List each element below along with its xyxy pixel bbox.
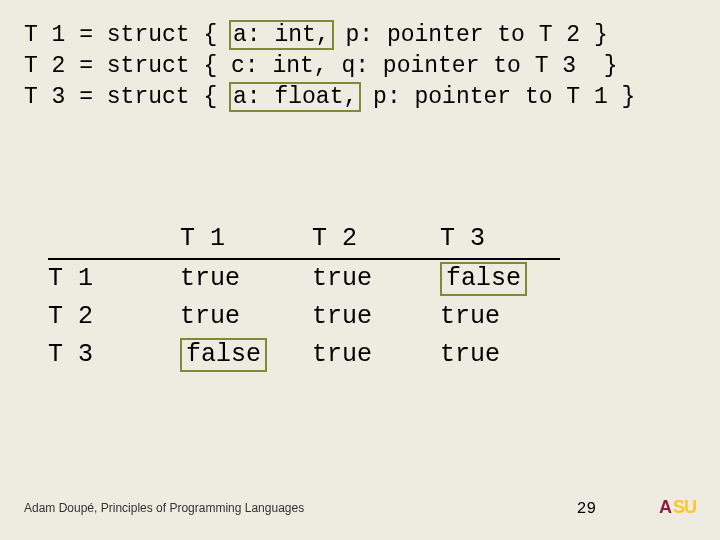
logo-su: SU — [673, 497, 696, 518]
row-label: T 3 — [48, 336, 180, 374]
table-row: T 1truetruefalse — [48, 260, 560, 298]
equivalence-table: T 1 T 2 T 3 T 1truetruefalseT 2truetruet… — [48, 220, 560, 374]
cell: true — [312, 298, 440, 336]
header-t3: T 3 — [440, 220, 560, 260]
row-label: T 1 — [48, 260, 180, 298]
boxed-value: false — [180, 338, 267, 372]
cell: true — [440, 336, 560, 374]
cell: true — [440, 298, 560, 336]
asu-logo: ASU — [659, 497, 696, 518]
page-number: 29 — [577, 500, 596, 518]
struct-definitions: T 1 = struct { a: int, p: pointer to T 2… — [24, 20, 635, 113]
header-t2: T 2 — [312, 220, 440, 260]
t2-line: T 2 = struct { c: int, q: pointer to T 3… — [24, 53, 618, 79]
t3-pre: T 3 = struct { — [24, 84, 231, 110]
t1-highlight: a: int, — [229, 20, 334, 50]
t3-post: p: pointer to T 1 } — [359, 84, 635, 110]
t1-pre: T 1 = struct { — [24, 22, 231, 48]
cell: false — [440, 260, 560, 298]
logo-a: A — [659, 497, 671, 518]
t1-post: p: pointer to T 2 } — [332, 22, 608, 48]
cell: true — [312, 336, 440, 374]
header-blank — [48, 220, 180, 260]
boxed-value: false — [440, 262, 527, 296]
table-row: T 2truetruetrue — [48, 298, 560, 336]
table-header-row: T 1 T 2 T 3 — [48, 220, 560, 260]
cell: true — [312, 260, 440, 298]
slide-footer: Adam Doupé, Principles of Programming La… — [24, 497, 696, 518]
table-row: T 3falsetruetrue — [48, 336, 560, 374]
credit-text: Adam Doupé, Principles of Programming La… — [24, 501, 304, 515]
row-label: T 2 — [48, 298, 180, 336]
t3-highlight: a: float, — [229, 82, 361, 112]
header-t1: T 1 — [180, 220, 312, 260]
cell: true — [180, 298, 312, 336]
cell: true — [180, 260, 312, 298]
cell: false — [180, 336, 312, 374]
